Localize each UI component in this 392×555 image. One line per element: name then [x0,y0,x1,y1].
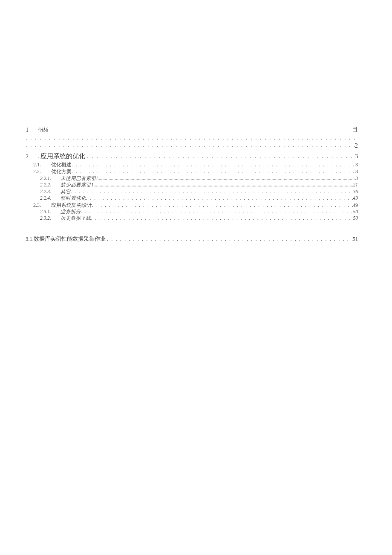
sub-title: 业务拆分 [61,209,81,214]
sub-num: 2.3.2. [40,215,61,222]
sub-num: 2.2.4. [40,195,61,202]
toc-sub-2-3-1: 2.3.1.业务拆分 50 [26,209,358,215]
toc-sub-2-1: 2.1.优化概述 3 [26,161,358,168]
sub-num: 2.3.1. [40,209,61,215]
leader-dots [94,182,353,189]
toc-sub-2-3: 2.3.应用系统架构设计 49 [26,202,358,209]
sub-page: 36 [353,189,358,195]
toc-sub-2-2-4: 2.2.4.临时表优化 49 [26,195,358,202]
entry1-title: ·⅛⅛ [37,126,48,133]
toc-entry-1-line1: 1·⅛⅛ [26,126,358,134]
sub-page: 49 [353,202,358,209]
document-page: 目 1·⅛⅛ 2 2. 应用系统的优化 3 2.1.优化概述 3 2.2.优化方 [0,0,392,555]
toc-sub-2-2: 2.2.优化方案 3 [26,168,358,175]
mu-glyph: 目 [352,126,358,134]
sub-page: 49 [353,195,358,202]
toc-sub-block: 2.1.优化概述 3 2.2.优化方案 3 2.2.1.未使用已有索引i 3 2… [26,161,358,222]
leader-dots [71,189,353,195]
leader-dots [92,202,353,209]
toc-sub-2-2-3: 2.2.3.其它 36 [26,189,358,195]
toc-entry-1-line3: 2 [26,142,358,150]
entry2-title: . 应用系统的优化 [37,153,85,160]
toc-sub-2-3-2: 2.3.2.历史数据下线 50 [26,215,358,222]
sub-num: 2.2.2. [40,182,61,189]
sub-title: 未使用已有索引i [61,176,98,181]
sub-title: 优化方案 [51,169,72,174]
entry31-page: 51 [353,235,358,243]
leader-dots [81,209,353,215]
leader-dots [98,175,355,182]
sub-title: 历史数据下线 [61,215,91,221]
toc-entry-2: 2. 应用系统的优化 3 [26,152,358,161]
toc-entry-3-1: 3.1.数据库实例性能数据采集作业 51 [26,235,358,243]
entry1-num: 1 [26,126,37,134]
entry31-label: 3.1.数据库实例性能数据采集作业 [26,235,106,243]
entry2-page: 3 [355,152,358,161]
sub-num: 2.2.1. [40,175,61,182]
leader-dots [86,195,353,202]
sub-num: 2.1. [33,161,51,168]
toc-entry-1-leader-a [26,134,358,142]
toc-content: 目 1·⅛⅛ 2 2. 应用系统的优化 3 2.1.优化概述 3 2.2.优化方 [26,126,358,243]
section-gap [26,222,358,235]
leader-dots [72,168,355,175]
sub-page: 3 [355,168,358,175]
sub-title: 应用系统架构设计 [51,202,92,208]
sub-title: 优化概述 [51,162,72,168]
sub-page: 21 [353,182,358,189]
entry2-num: 2 [26,152,37,161]
sub-page: 50 [353,209,358,215]
sub-num: 2.2. [33,168,51,175]
sub-num: 2.2.3. [40,189,61,195]
sub-page: 50 [353,215,358,222]
sub-num: 2.3. [33,202,51,209]
sub-title: 其它 [61,189,71,194]
leader-dots [87,152,355,161]
toc-sub-2-2-1: 2.2.1.未使用已有索引i 3 [26,175,358,182]
leader-dots [72,161,355,168]
entry1-page: 2 [355,142,358,150]
sub-page: 3 [355,175,358,182]
leader-dots [107,235,353,243]
sub-title: 缺少必要索引1 [61,182,94,187]
toc-sub-2-2-2: 2.2.2.缺少必要索引1 21 [26,182,358,189]
leader-dots [91,215,353,222]
toc-entry-1-leader-b [26,142,355,150]
sub-title: 临时表优化 [61,195,86,200]
sub-page: 3 [355,161,358,168]
